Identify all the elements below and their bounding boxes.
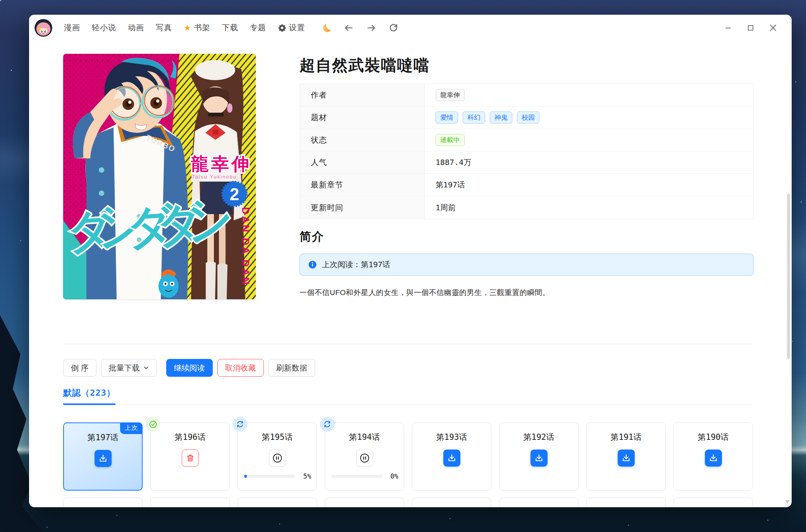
chapter-card[interactable]: 上次第197话 (63, 422, 143, 491)
manga-description: 一個不信UFO和外星人的女生，與一個不信幽靈的男生，三觀重置的瞬間。 (300, 288, 754, 298)
chapter-card[interactable]: 第1次人气投票结果 (586, 498, 666, 507)
info-value: 龍幸伸 (425, 84, 753, 106)
info-value: 1周前 (425, 196, 753, 219)
nav-item-manga[interactable]: 漫画 (64, 22, 80, 33)
close-button[interactable] (768, 23, 778, 33)
info-row: 题材愛情科幻神鬼校园 (300, 106, 753, 129)
svg-text:Tatsu Yukinobu: Tatsu Yukinobu (192, 174, 237, 180)
nav-item-light-novel[interactable]: 轻小说 (92, 22, 116, 33)
chapter-card[interactable]: 第190话 (673, 422, 753, 491)
chevron-down-icon (143, 365, 149, 371)
nav-item-settings[interactable]: 设置 (278, 22, 305, 33)
avatar-image (34, 19, 52, 37)
chapter-card[interactable]: 第188话 (150, 498, 230, 507)
chapter-title: 第1次人气投票结果 (587, 506, 665, 507)
unfavorite-button[interactable]: 取消收藏 (217, 359, 264, 377)
progress-percent: 0% (386, 472, 398, 480)
nav-reload-button[interactable] (388, 22, 399, 33)
chapter-title: 第183话 (692, 506, 734, 507)
chapter-card[interactable]: 第194话0% (325, 422, 404, 491)
user-avatar[interactable] (34, 19, 52, 37)
genre-tag[interactable]: 校园 (517, 112, 539, 124)
chapter-card[interactable]: 第191话 (586, 422, 666, 491)
cover-art: TURBO (63, 54, 256, 299)
maximize-button[interactable] (746, 23, 755, 33)
chapter-title: 第197话 (82, 432, 124, 444)
pause-button[interactable] (356, 450, 373, 467)
scrollbar-thumb[interactable] (787, 194, 790, 359)
chapter-card[interactable]: 第186话 (325, 498, 404, 507)
check-circle-icon (148, 420, 158, 429)
window-controls (723, 23, 778, 33)
status-tag: 連載中 (436, 134, 465, 146)
genre-tag[interactable]: 科幻 (463, 112, 485, 124)
progress-percent: 5% (299, 472, 311, 480)
info-label: 最新章节 (300, 174, 425, 196)
tab-default-group[interactable]: 默認（223） (63, 387, 115, 405)
nav-item-photo[interactable]: 写真 (156, 22, 172, 33)
nav-item-anime[interactable]: 动画 (128, 22, 144, 33)
theme-toggle-button[interactable] (321, 22, 332, 33)
chapter-card[interactable]: 第193话 (412, 422, 491, 491)
download-button[interactable] (530, 450, 548, 467)
download-icon (622, 453, 631, 463)
last-read-badge: 上次 (120, 422, 143, 434)
chapter-card[interactable]: 第192话 (499, 422, 579, 491)
info-value: 愛情科幻神鬼校园 (425, 106, 753, 129)
download-button[interactable] (618, 450, 635, 467)
chapter-title: 第189话 (82, 506, 124, 507)
batch-download-label: 批量下载 (109, 363, 140, 373)
delete-button[interactable] (182, 450, 199, 467)
tab-divider-line (63, 405, 754, 405)
download-progress: 5% (244, 472, 311, 480)
chapter-card[interactable]: 第185话 (412, 498, 491, 507)
download-button[interactable] (705, 450, 722, 467)
download-icon (98, 454, 108, 463)
nav-label: 轻小说 (92, 22, 116, 33)
batch-download-button[interactable]: 批量下载 (101, 359, 157, 377)
nav-label: 专题 (250, 22, 266, 33)
nav-label: 写真 (156, 22, 172, 33)
download-button[interactable] (443, 450, 460, 467)
progress-track (331, 475, 382, 478)
info-label: 作者 (300, 84, 425, 106)
downloading-badge (233, 417, 247, 431)
download-icon (534, 453, 544, 463)
info-value: 第197话 (425, 174, 753, 196)
genre-tag[interactable]: 愛情 (436, 112, 458, 124)
scrollbar-down-arrow[interactable] (785, 500, 790, 503)
genre-tag[interactable]: 神鬼 (490, 112, 512, 124)
info-value-text: 第197话 (436, 180, 465, 190)
chapter-card[interactable]: 第189话 (63, 498, 143, 507)
cover-author: 龍幸伸 (191, 154, 251, 174)
info-row: 最新章节第197话 (300, 174, 753, 196)
chapter-title: 第187话 (257, 506, 298, 507)
nav-item-download[interactable]: 下载 (222, 22, 238, 33)
chapter-title: 第196话 (169, 431, 211, 444)
continue-reading-button[interactable]: 继续阅读 (166, 359, 213, 377)
reverse-order-button[interactable]: 倒 序 (63, 359, 96, 377)
page-title: 超自然武裝噹噠噹 (300, 55, 430, 76)
minimize-button[interactable] (723, 23, 733, 33)
nav-forward-button[interactable] (366, 22, 377, 33)
top-bar: 漫画轻小说动画写真★书架下载专题设置 (29, 15, 792, 41)
download-button[interactable] (95, 450, 112, 467)
author-tag[interactable]: 龍幸伸 (436, 89, 465, 101)
info-value-text: 1887.4万 (436, 157, 471, 168)
chapter-card[interactable]: 第184话 (499, 498, 579, 507)
chapter-card[interactable]: 第183话 (673, 498, 753, 507)
nav-back-button[interactable] (343, 22, 354, 33)
pause-button[interactable] (269, 450, 286, 467)
refresh-data-button[interactable]: 刷新数据 (269, 359, 315, 377)
chapter-card[interactable]: 第187话 (238, 498, 317, 507)
cover-roman-title: DAN DA DAN (240, 207, 251, 286)
info-label: 更新时间 (300, 196, 425, 219)
nav-item-shelf[interactable]: ★书架 (184, 22, 210, 33)
nav-item-topic[interactable]: 专题 (250, 22, 266, 33)
chapter-title: 第188话 (169, 506, 211, 507)
chapter-title: 第193话 (431, 431, 473, 444)
summary-heading: 简介 (300, 229, 324, 245)
chapter-card[interactable]: 第195话5% (238, 422, 317, 491)
chapter-card[interactable]: 第196话 (150, 422, 230, 491)
info-label: 人气 (300, 151, 425, 173)
